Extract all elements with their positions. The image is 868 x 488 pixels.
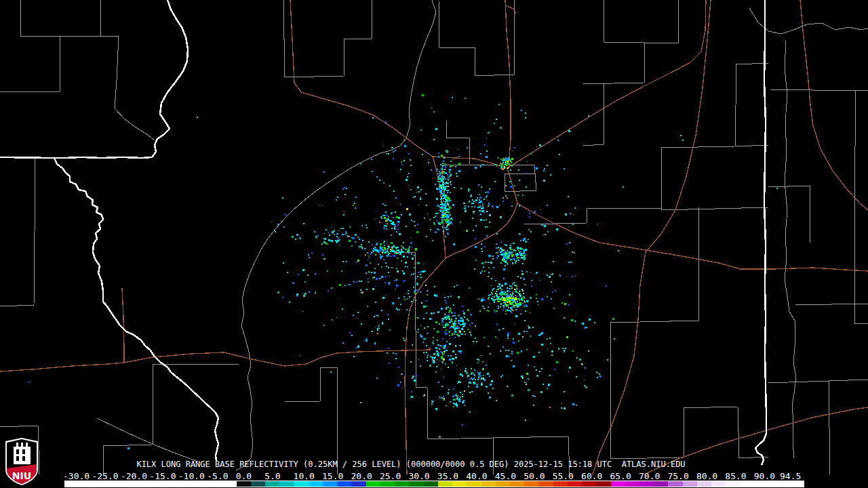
map-line [599,243,868,271]
map-line [505,0,511,168]
colorbar-tick-label: 50.0 [524,472,545,481]
map-line [54,0,218,461]
colorbar-tick-label: 90.0 [754,472,775,481]
map-line [785,41,796,458]
map-line [749,8,868,34]
colorbar-tick-label: 75.0 [667,472,688,481]
colorbar-tick-label: -5.0 [207,472,228,481]
map-line [505,5,516,14]
colorbar-tick-label: 15.0 [322,472,343,481]
map-line [770,89,868,91]
colorbar-tick-label: 70.0 [639,472,660,481]
colorbar-tick-label: 5.0 [264,472,280,481]
map-line [97,418,198,462]
colorbar-tick-label: -10.0 [178,472,205,481]
map-line [829,381,830,474]
map-line [795,304,868,305]
colorbar-tick-label: 20.0 [351,472,372,481]
radar-display-page: NIU KILX LONG RANGE BASE REFLECTIVITY (0… [0,0,868,488]
map-line [20,0,155,140]
colorbar-tick-label: 45.0 [495,472,516,481]
map-line [283,0,372,77]
map-caption: KILX LONG RANGE BASE REFLECTIVITY (0.25K… [0,460,822,469]
map-line [507,0,706,168]
colorbar-tick-label: 80.0 [696,472,717,481]
map-line [517,203,599,243]
map-line [0,350,430,371]
colorbar [64,481,804,487]
map-line [800,0,868,210]
map-line [768,186,810,243]
map-line [524,208,661,224]
map-line [755,0,766,465]
colorbar-tick-label: 55.0 [553,472,574,481]
colorbar-tick-label: 10.0 [294,472,315,481]
colorbar-tick-label: -25.0 [92,472,118,481]
map-line [736,63,768,64]
colorbar-tick-label: 35.0 [437,472,458,481]
map-line [442,121,469,190]
map-line [0,157,54,158]
colorbar-tick-label: 94.5 [780,472,801,481]
colorbar-tick-label: 85.0 [725,472,746,481]
colorbar-tick-label: -15.0 [149,472,176,481]
map-line [290,0,433,157]
map-line [285,367,337,474]
map-line [661,64,768,210]
colorbar-tick-label: 0.0 [236,472,252,481]
map-line [122,288,124,363]
map-line [236,0,436,470]
colorbar-tick-label: -30.0 [63,472,90,481]
map-line [0,36,60,92]
colorbar-tick-label: 65.0 [610,472,631,481]
colorbar-tick-label: 40.0 [466,472,487,481]
map-line [439,0,514,76]
map-line [854,91,868,324]
map-line [644,0,678,43]
map-line [0,159,35,306]
radar-map [0,0,868,488]
niu-logo-text: NIU [12,470,31,481]
map-line [768,380,868,383]
colorbar-tick-label: 60.0 [581,472,602,481]
colorbar-tick-label: -20.0 [121,472,147,481]
map-line [405,258,446,474]
colorbar-tick-label: 30.0 [408,472,429,481]
colorbar-tick-label: 25.0 [380,472,401,481]
map-line [583,0,644,84]
map-line [735,145,768,146]
map-line [610,207,768,459]
